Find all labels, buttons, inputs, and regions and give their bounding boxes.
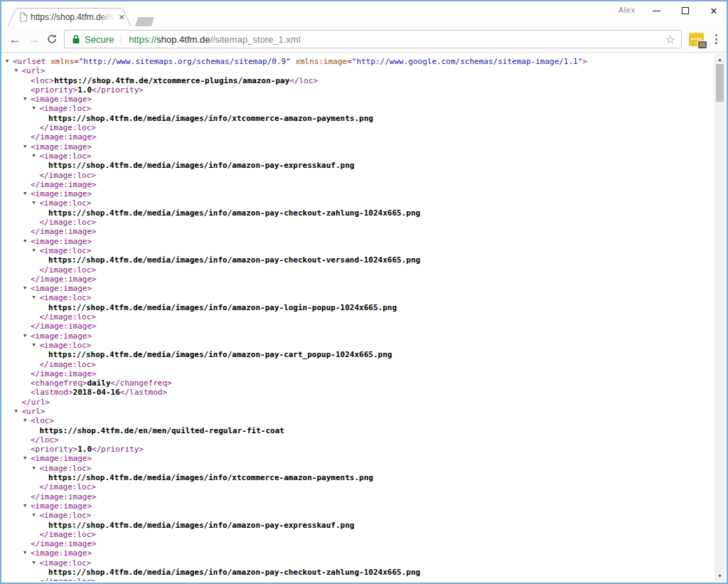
xml-line: </image:loc> — [3, 218, 711, 227]
xml-line: https://shop.4tfm.de/media/images/info/a… — [3, 521, 711, 530]
collapse-arrow-icon[interactable]: ▼ — [23, 548, 26, 558]
titlebar: https://shop.4tfm.de//site ✕ Alex ✕ — [1, 1, 727, 26]
close-icon: ✕ — [710, 6, 718, 16]
xml-line: https://shop.4tfm.de/media/images/info/a… — [3, 350, 711, 359]
page-content: ▼<urlset xmlns="http://www.sitemaps.org/… — [3, 54, 725, 581]
xml-line: </image:image> — [3, 539, 711, 548]
xml-line: ▼<image:loc> — [3, 464, 711, 473]
collapse-arrow-icon[interactable]: ▼ — [33, 511, 36, 520]
extension-icon — [691, 38, 693, 41]
tab-title: https://shop.4tfm.de//site — [31, 12, 114, 23]
collapse-arrow-icon[interactable]: ▼ — [33, 152, 36, 161]
forward-icon: → — [27, 32, 40, 47]
chrome-menu-button[interactable] — [710, 31, 722, 48]
xml-line: https://shop.4tfm.de/en/men/quilted-regu… — [3, 426, 711, 435]
collapse-arrow-icon[interactable]: ▼ — [23, 189, 26, 198]
collapse-arrow-icon[interactable]: ▼ — [33, 558, 36, 568]
reload-button[interactable] — [43, 30, 61, 48]
xml-line: https://shop.4tfm.de/media/images/info/a… — [3, 255, 711, 265]
xml-line: ▼<image:loc> — [3, 152, 711, 161]
collapse-arrow-icon[interactable]: ▼ — [33, 464, 36, 473]
collapse-arrow-icon[interactable]: ▼ — [33, 104, 36, 113]
collapse-arrow-icon[interactable]: ▼ — [33, 198, 36, 208]
xml-line: ▼<image:loc> — [3, 198, 711, 208]
collapse-arrow-icon[interactable]: ▼ — [23, 142, 26, 152]
forward-button[interactable]: → — [24, 30, 43, 48]
collapse-arrow-icon[interactable]: ▼ — [33, 246, 36, 255]
collapse-arrow-icon[interactable]: ▼ — [15, 66, 18, 75]
xml-line: ▼<image:loc> — [3, 558, 711, 568]
browser-window: https://shop.4tfm.de//site ✕ Alex ✕ ← → … — [0, 0, 728, 584]
page-icon — [19, 12, 28, 22]
back-button[interactable]: ← — [6, 30, 24, 48]
bookmark-star-icon[interactable]: ☆ — [663, 33, 678, 47]
collapse-arrow-icon[interactable]: ▼ — [23, 454, 26, 463]
collapse-arrow-icon[interactable]: ▼ — [23, 95, 26, 104]
url-text[interactable]: https://shop.4tfm.de//sitemap_store_1.xm… — [129, 34, 300, 45]
xml-line: <changefreq>daily</changefreq> — [3, 378, 711, 388]
scrollbar[interactable]: ▲ ▼ — [714, 54, 725, 581]
xml-line: </image:image> — [3, 132, 711, 142]
xml-line: ▼<loc> — [3, 416, 711, 425]
xml-line: ▼<image:image> — [3, 95, 711, 104]
browser-tab[interactable]: https://shop.4tfm.de//site ✕ — [7, 8, 132, 26]
xml-line: ▼<image:image> — [3, 454, 711, 463]
tab-close-icon[interactable]: ✕ — [116, 11, 127, 23]
xml-line: </image:loc> — [3, 171, 711, 180]
xml-line: ▼<image:image> — [3, 142, 711, 152]
scrollbar-thumb[interactable] — [716, 64, 724, 102]
scroll-down-icon[interactable]: ▼ — [714, 571, 725, 580]
url-scheme: https:// — [129, 34, 156, 45]
collapse-arrow-icon[interactable]: ▼ — [33, 341, 36, 350]
collapse-arrow-icon[interactable]: ▼ — [23, 237, 26, 246]
xml-line: https://shop.4tfm.de/media/images/info/a… — [3, 568, 711, 577]
secure-label[interactable]: Secure — [85, 34, 114, 45]
collapse-arrow-icon[interactable]: ▼ — [6, 57, 9, 66]
collapse-arrow-icon[interactable]: ▼ — [15, 407, 18, 416]
profile-name: Alex — [619, 6, 635, 14]
xml-line: <priority>1.0</priority> — [3, 85, 711, 95]
xml-line: </image:image> — [3, 180, 711, 189]
url-path: //sitemap_store_1.xml — [210, 34, 300, 45]
minimize-button[interactable] — [645, 3, 668, 18]
xml-line: </image:image> — [3, 275, 711, 284]
xml-line: ▼<url> — [3, 66, 711, 75]
collapse-arrow-icon[interactable]: ▼ — [23, 284, 26, 293]
address-bar[interactable]: Secure https://shop.4tfm.de//sitemap_sto… — [64, 30, 682, 48]
xml-tree: ▼<urlset xmlns="http://www.sitemaps.org/… — [3, 54, 725, 581]
xml-line: ▼<image:loc> — [3, 293, 711, 302]
xml-line: </image:loc> — [3, 123, 711, 132]
maximize-button[interactable] — [674, 3, 697, 18]
xml-line: </image:loc> — [3, 482, 711, 492]
collapse-arrow-icon[interactable]: ▼ — [23, 501, 26, 511]
extension-badge: 11 — [697, 41, 707, 49]
collapse-arrow-icon[interactable]: ▼ — [23, 331, 26, 341]
omnibox-separator — [121, 33, 122, 45]
extension-button[interactable]: 11 — [689, 33, 704, 46]
xml-line: ▼<url> — [3, 407, 711, 416]
xml-line: ▼<image:loc> — [3, 104, 711, 113]
scroll-up-icon[interactable]: ▲ — [714, 55, 725, 64]
xml-line: ▼<image:loc> — [3, 511, 711, 520]
maximize-icon — [682, 7, 689, 14]
xml-line: https://shop.4tfm.de/media/images/info/x… — [3, 473, 711, 482]
reload-icon — [46, 33, 58, 45]
xml-line: https://shop.4tfm.de/media/images/info/a… — [3, 303, 711, 312]
xml-line: </loc> — [3, 435, 711, 445]
url-host: shop.4tfm.de — [156, 34, 210, 45]
xml-line: ▼<image:image> — [3, 331, 711, 341]
xml-line: ▼<urlset xmlns="http://www.sitemaps.org/… — [3, 57, 711, 66]
xml-line: <priority>1.0</priority> — [3, 445, 711, 454]
xml-line: ▼<image:loc> — [3, 341, 711, 350]
collapse-arrow-icon[interactable]: ▼ — [23, 416, 26, 425]
xml-line: </image:loc> — [3, 530, 711, 539]
xml-line: ▼<image:image> — [3, 548, 711, 558]
new-tab-button[interactable] — [135, 17, 154, 26]
collapse-arrow-icon[interactable]: ▼ — [33, 293, 36, 302]
close-button[interactable]: ✕ — [702, 3, 725, 18]
secure-lock-icon — [72, 34, 80, 44]
xml-line: </image:loc> — [3, 577, 711, 581]
xml-line: </url> — [3, 398, 711, 407]
xml-line: </image:loc> — [3, 265, 711, 275]
xml-line: </image:image> — [3, 492, 711, 501]
